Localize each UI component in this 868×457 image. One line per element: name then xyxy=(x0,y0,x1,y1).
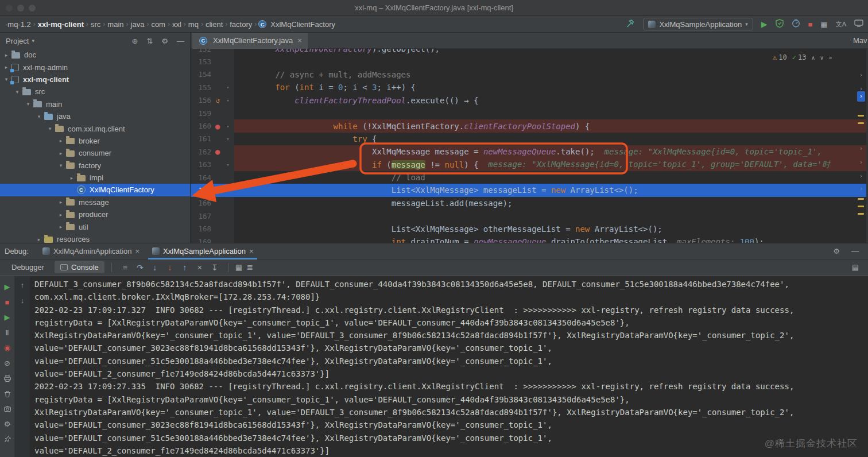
breadcrumb-item[interactable]: factory xyxy=(228,20,254,29)
gutter[interactable]: 164 xyxy=(191,171,234,184)
code-line-167[interactable]: 167 xyxy=(191,210,868,222)
chevron-right-icon[interactable]: ▸ xyxy=(57,212,65,218)
gutter[interactable]: 159 xyxy=(191,107,234,119)
chevron-right-icon[interactable]: ▸ xyxy=(57,138,65,144)
close-tab-icon[interactable]: × xyxy=(296,36,302,45)
drop-frame-icon[interactable]: × xyxy=(193,263,206,272)
mute-breakpoints-icon[interactable]: ⊘ xyxy=(4,359,10,368)
gutter[interactable]: 154 xyxy=(191,68,234,81)
breadcrumb-item[interactable]: com xyxy=(149,20,167,29)
screen-layout-icon[interactable] xyxy=(854,20,863,29)
close-icon[interactable]: × xyxy=(135,247,140,255)
chevron-right-icon[interactable]: ▸ xyxy=(57,224,65,230)
tree-item-com.xxl.mq.client[interactable]: ▾com.xxl.mq.client xyxy=(0,122,190,134)
view-as-list-icon[interactable]: ≣ xyxy=(247,263,253,272)
stripe-warning-mark[interactable] xyxy=(858,122,864,124)
stripe-mark[interactable]: › xyxy=(857,71,865,79)
fold-icon[interactable]: ▾ xyxy=(224,136,232,142)
breadcrumb-item[interactable]: -mq-1.2 xyxy=(3,20,33,29)
code-line-152[interactable]: 152 xxlRpcInvokerFactory).getObject(); xyxy=(191,49,868,55)
locate-file-button[interactable]: ⊕ xyxy=(132,37,138,45)
tab-debugger[interactable]: Debugger xyxy=(6,261,50,273)
editor-tab[interactable]: C XxlMqClientFactory.java × xyxy=(192,33,308,49)
breadcrumb-item[interactable]: main xyxy=(106,20,125,29)
chevron-down-icon[interactable]: ▾ xyxy=(32,38,34,44)
code-line-161[interactable]: 161▾ try { xyxy=(191,133,868,145)
print-icon[interactable] xyxy=(3,374,11,383)
hide-panel-button[interactable]: — xyxy=(177,37,184,45)
console-output[interactable]: DEFAULT_3_consumer_8f9b06c582134c52a8fda… xyxy=(30,276,868,457)
stop-icon[interactable]: ■ xyxy=(5,298,10,307)
coverage-button[interactable] xyxy=(776,19,784,29)
stripe-warning-mark[interactable] xyxy=(858,198,864,200)
breadcrumb-item[interactable]: XxlMqClientFactory xyxy=(269,20,337,29)
gutter[interactable]: 163▾ xyxy=(191,158,234,171)
chevron-down-icon[interactable]: ▾ xyxy=(2,76,10,82)
chevron-down-icon[interactable]: ▾ xyxy=(57,162,65,168)
stripe-mark[interactable]: › xyxy=(857,172,865,180)
close-icon[interactable]: × xyxy=(249,247,254,255)
gutter[interactable]: 161▾ xyxy=(191,133,234,145)
code-line-159[interactable]: 159 xyxy=(191,107,868,119)
gutter[interactable]: 166 xyxy=(191,197,234,210)
gutter[interactable]: 160●▾ xyxy=(191,119,234,132)
gutter[interactable]: 165 xyxy=(191,184,234,196)
show-execution-point-icon[interactable]: ≡ xyxy=(119,263,131,272)
chevron-right-icon[interactable]: ▸ xyxy=(35,237,43,242)
tree-item-factory[interactable]: ▾factory xyxy=(0,160,190,172)
code-line-160[interactable]: 160●▾ while (!XxlMqClientFactory.clientF… xyxy=(191,119,868,132)
code-line-162[interactable]: 162● XxlMqMessage message = newMessageQu… xyxy=(191,145,868,158)
breakpoint-icon[interactable]: ● xyxy=(211,122,224,130)
stripe-mark[interactable]: › xyxy=(857,185,865,192)
tree-item-producer[interactable]: ▸producer xyxy=(0,208,190,220)
stripe-mark[interactable]: › xyxy=(857,158,865,166)
next-issue-icon[interactable]: ∨ xyxy=(820,55,823,61)
chevron-right-icon[interactable]: ▸ xyxy=(68,175,76,181)
translate-icon[interactable]: 文A xyxy=(836,20,846,29)
code-line-165[interactable]: 165 List<XxlMqMessage> messageList = new… xyxy=(191,184,868,196)
more-inspections-icon[interactable]: » xyxy=(828,55,832,61)
code-line-163[interactable]: 163▾ if (message != null) { message: "Xx… xyxy=(191,158,868,171)
pause-icon[interactable]: Ⅱ xyxy=(5,328,9,338)
tree-item-util[interactable]: ▸util xyxy=(0,220,190,233)
fold-icon[interactable]: ▾ xyxy=(224,162,232,168)
settings-icon[interactable]: ⚙ xyxy=(161,37,168,45)
tab-console[interactable]: › Console xyxy=(55,261,104,273)
view-breakpoints-icon[interactable]: ◉ xyxy=(4,343,10,353)
stripe-warning-mark[interactable] xyxy=(858,115,864,117)
chevron-right-icon[interactable]: ▸ xyxy=(2,52,10,58)
project-panel-title[interactable]: Project xyxy=(6,37,29,45)
breadcrumb-item[interactable]: mq xyxy=(187,20,200,29)
tree-item-impl[interactable]: ▸impl xyxy=(0,172,190,184)
tree-item-xxl-mq-admin[interactable]: ▸xxl-mq-admin xyxy=(0,61,190,73)
clear-icon[interactable] xyxy=(3,389,11,398)
settings-icon[interactable]: ⚙ xyxy=(833,247,840,255)
code-line-166[interactable]: 166 messageList.add(message); xyxy=(191,197,868,210)
up-stack-icon[interactable]: ↑ xyxy=(21,281,25,289)
tree-item-broker[interactable]: ▸broker xyxy=(0,135,190,147)
stripe-warning-mark[interactable] xyxy=(858,206,864,207)
rerun-icon[interactable]: ▶ xyxy=(5,282,10,292)
breadcrumb-item[interactable]: xxl xyxy=(170,20,183,29)
run-button[interactable]: ▶ xyxy=(761,20,768,29)
tree-item-resources[interactable]: ▸resources xyxy=(0,233,190,243)
fold-icon[interactable]: ▾ xyxy=(224,98,232,103)
breadcrumb-item[interactable]: src xyxy=(89,20,102,29)
code-line-156[interactable]: 156↺▾ clientFactoryThreadPool.execute(()… xyxy=(191,94,868,107)
gutter[interactable]: 153 xyxy=(191,55,234,68)
stop-button[interactable]: ■ xyxy=(808,20,813,29)
settings-icon[interactable]: ⚙ xyxy=(4,420,11,429)
run-to-cursor-icon[interactable]: ↧ xyxy=(208,263,221,272)
stripe-mark-active[interactable]: › xyxy=(857,91,865,102)
layout-settings-icon[interactable]: ▤ xyxy=(852,263,859,272)
collapse-all-button[interactable]: ⇅ xyxy=(146,37,153,45)
code-line-153[interactable]: 153 xyxy=(191,55,868,68)
stripe-mark[interactable]: › xyxy=(857,145,865,152)
concurrency-diagram-icon[interactable]: ▦ xyxy=(820,20,827,29)
zoom-window-button[interactable] xyxy=(29,5,36,11)
tree-item-java[interactable]: ▾java xyxy=(0,110,190,122)
close-window-button[interactable] xyxy=(6,5,13,11)
inspections-widget[interactable]: ⚠10 ✓13 ∧ ∨ » xyxy=(773,53,832,61)
chevron-right-icon[interactable]: ▸ xyxy=(57,199,65,205)
gutter[interactable]: 167 xyxy=(191,210,234,222)
